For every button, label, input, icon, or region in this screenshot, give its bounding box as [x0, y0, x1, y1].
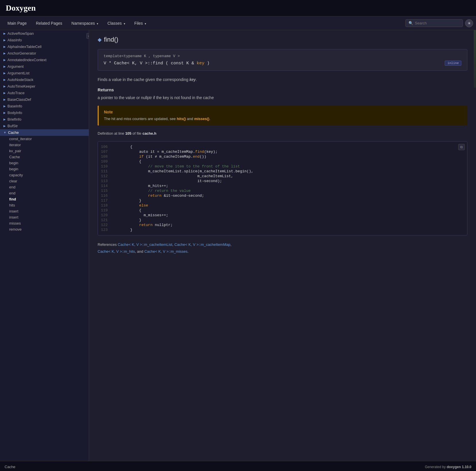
sidebar-sub-insert2[interactable]: insert [0, 214, 89, 220]
sidebar-sub-end2[interactable]: end [0, 190, 89, 196]
files-arrow-icon: ▾ [144, 22, 146, 25]
sidebar-item-argumentlist[interactable]: ▶ ArgumentList [0, 70, 89, 76]
ref-link-2[interactable]: Cache< K, V >::m_cacheItemMap [174, 242, 230, 247]
sidebar-item-autotrace[interactable]: ▶ AutoTrace [0, 90, 89, 96]
sidebar-item-anchorgenerator[interactable]: ▶ AnchorGenerator [0, 50, 89, 57]
code-line-107: 107 auto it = m_cacheItemMap.find(key); [98, 149, 467, 154]
code-line-115: 115 // return the value [98, 188, 467, 193]
sidebar-item-briefinfo[interactable]: ▶ BriefInfo [0, 116, 89, 123]
collapse-icon: ▶ [3, 38, 6, 42]
sidebar-sub-const-iterator[interactable]: const_iterator [0, 136, 89, 142]
sidebar-item-bufstr[interactable]: ▶ BufStr [0, 123, 89, 129]
sidebar-item-label: AutoNodeStack [7, 78, 33, 82]
line-code: { [112, 208, 141, 213]
line-number: 109 [98, 159, 112, 164]
nav-files[interactable]: Files ▾ [130, 18, 151, 29]
line-number: 115 [98, 189, 112, 193]
nav-related-pages[interactable]: Related Pages [31, 18, 67, 29]
sidebar-item-label: AutoTimeKeeper [7, 84, 35, 88]
collapse-icon: ▶ [3, 124, 6, 128]
sidebar-item-activerowspan[interactable]: ▶ ActiveRowSpan [0, 30, 89, 37]
note-title: Note [104, 110, 462, 114]
theme-toggle-button[interactable]: ☀ [465, 19, 473, 27]
code-block: ⧉ 106 { 107 auto it = m_cacheItemMap.fin… [98, 141, 467, 235]
nav-classes[interactable]: Classes ▾ [103, 18, 130, 29]
footer-generator: doxygen 1.10.0 [447, 465, 471, 469]
sidebar-sub-capacity[interactable]: capacity [0, 172, 89, 178]
sidebar-item-baseinfo[interactable]: ▶ BaseInfo [0, 103, 89, 109]
line-number: 121 [98, 218, 112, 222]
collapse-icon: ▶ [3, 105, 6, 108]
right-edge-decoration [474, 30, 476, 88]
theme-icon: ☀ [467, 21, 471, 26]
sidebar-item-label: AnchorGenerator [7, 51, 36, 55]
line-code: // move the item to the front of the lis… [112, 164, 240, 169]
sidebar-item-alphaindextablecell[interactable]: ▶ AlphaIndexTableCell [0, 43, 89, 50]
collapse-icon: ▶ [3, 65, 6, 68]
line-number: 114 [98, 184, 112, 188]
line-code: // return the value [112, 189, 191, 193]
ref-link-1[interactable]: Cache< K, V >::m_cacheItemList [118, 242, 172, 247]
sidebar-sub-find[interactable]: find [0, 196, 89, 202]
sidebar-toggle-button[interactable]: ⇄ [86, 33, 89, 39]
sidebar-item-bodyinfo[interactable]: ▶ BodyInfo [0, 109, 89, 116]
app-title: Doxygen [6, 3, 470, 13]
ref-link-3[interactable]: Cache< K, V >::m_hits [98, 249, 135, 254]
sidebar-sub-end1[interactable]: end [0, 184, 89, 190]
note-box: Note The hit and miss counters are updat… [98, 106, 467, 126]
sidebar-sub-insert1[interactable]: insert [0, 208, 89, 214]
func-sig-keyword: key [197, 61, 204, 66]
sidebar-item-annotatedindexcontext[interactable]: ▶ AnnotatedIndexContext [0, 57, 89, 63]
line-code: } [112, 198, 141, 203]
nav-namespaces[interactable]: Namespaces ▾ [67, 18, 103, 29]
note-link-hits[interactable]: hits() [177, 117, 186, 121]
sidebar-sub-misses[interactable]: misses [0, 220, 89, 226]
sidebar-item-baseclassdef[interactable]: ▶ BaseClassDef [0, 96, 89, 103]
search-box[interactable]: 🔍 Search [405, 19, 463, 27]
code-line-117: 117 } [98, 198, 467, 203]
code-line-121: 121 } [98, 218, 467, 223]
returns-label: Returns [98, 87, 467, 92]
copy-code-button[interactable]: ⧉ [458, 144, 465, 150]
sidebar-item-autonodestack[interactable]: ▶ AutoNodeStack [0, 76, 89, 83]
code-line-113: 113 it→second); [98, 179, 467, 184]
sidebar-sub-begin1[interactable]: begin [0, 160, 89, 166]
main-layout: ⇄ ▶ ActiveRowSpan ▶ AliasInfo ▶ AlphaInd… [0, 30, 476, 461]
classes-arrow-icon: ▾ [123, 22, 125, 25]
code-line-120: 120 m_misses++; [98, 213, 467, 218]
note-link-misses[interactable]: misses() [194, 117, 209, 121]
sidebar-item-aliasinfo[interactable]: ▶ AliasInfo [0, 37, 89, 43]
search-area: 🔍 Search ☀ [405, 19, 473, 27]
sidebar-sub-hits[interactable]: hits [0, 202, 89, 208]
line-number: 120 [98, 213, 112, 217]
sidebar-sub-begin2[interactable]: begin [0, 166, 89, 172]
ref-link-4[interactable]: Cache< K, V >::m_misses [144, 249, 187, 254]
returns-text: a pointer to the value or nullptr if the… [98, 94, 467, 101]
line-code: { [112, 159, 141, 164]
nav-bar: Main Page Related Pages Namespaces ▾ Cla… [0, 16, 476, 30]
func-title: ◆ find() [98, 36, 467, 43]
namespaces-arrow-icon: ▾ [96, 22, 98, 25]
line-number: 116 [98, 194, 112, 198]
func-description: Finds a value in the cache given the cor… [98, 76, 467, 83]
sidebar-item-argument[interactable]: ▶ Argument [0, 63, 89, 70]
func-signature-box: template<typename K , typename V > V * C… [98, 49, 467, 71]
sidebar-item-cache[interactable]: ▼ Cache [0, 129, 89, 136]
references-line: References Cache< K, V >::m_cacheItemLis… [98, 241, 467, 255]
collapse-icon: ▶ [3, 91, 6, 94]
sidebar-sub-iterator[interactable]: iterator [0, 142, 89, 148]
collapse-icon: ▶ [3, 98, 6, 101]
sidebar-sub-clear[interactable]: clear [0, 178, 89, 184]
sidebar-sub-remove[interactable]: remove [0, 226, 89, 232]
sidebar-sub-kv-pair[interactable]: kv_pair [0, 148, 89, 154]
sidebar-item-label: BufStr [7, 124, 18, 128]
line-number: 107 [98, 150, 112, 154]
sidebar-sub-cache[interactable]: Cache [0, 154, 89, 160]
note-body: The hit and miss counters are updated, s… [104, 116, 462, 122]
line-number: 117 [98, 198, 112, 203]
line-number: 106 [98, 145, 112, 149]
definition-file: cache.h [142, 131, 156, 136]
line-code: } [112, 218, 141, 222]
sidebar-item-autotimekeeper[interactable]: ▶ AutoTimeKeeper [0, 83, 89, 90]
nav-main-page[interactable]: Main Page [3, 18, 31, 29]
